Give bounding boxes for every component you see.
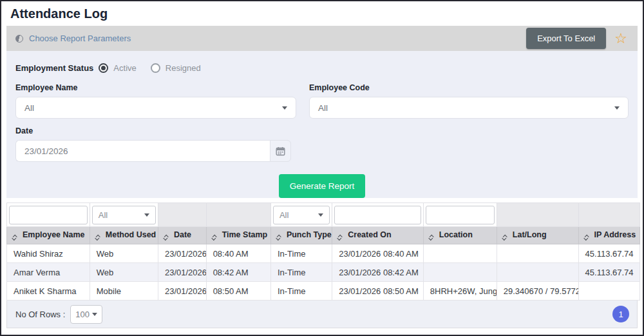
cell-punch-type: In-Time (270, 263, 332, 282)
cell-created-on: 23/01/2026 08:42 AM (332, 263, 424, 282)
column-header-label: IP Address (594, 230, 636, 239)
cell-lat-long: 29.340670 / 79.577289 (497, 282, 578, 301)
employee-code-field: Employee Code All (309, 75, 629, 119)
caret-down-icon (92, 313, 97, 316)
cell-date: 23/01/2026 (158, 263, 206, 282)
cell-time-stamp: 08:40 AM (206, 244, 270, 263)
generate-report-wrap: Generate Report (15, 174, 629, 198)
generate-report-button[interactable]: Generate Report (279, 174, 366, 198)
cell-method-used: Web (90, 263, 158, 282)
filter-input-employee-name[interactable] (9, 206, 88, 224)
column-header-method-used[interactable]: Method Used (90, 227, 158, 244)
column-header-punch-type[interactable]: Punch Type (270, 227, 332, 244)
filter-select-method-used[interactable]: All (92, 206, 156, 224)
cell-employee-name: Wahid Shiraz (7, 244, 90, 263)
column-header-location[interactable]: Location (423, 227, 497, 244)
radio-resigned[interactable]: Resigned (151, 63, 201, 73)
favorite-star-icon[interactable]: ☆ (614, 32, 627, 46)
cell-ip-address (578, 282, 639, 301)
employee-name-label: Employee Name (15, 83, 296, 92)
cell-employee-name: Aniket K Sharma (7, 282, 90, 301)
radio-button-icon[interactable] (151, 63, 160, 73)
cell-location (423, 244, 497, 263)
sort-icon[interactable] (213, 235, 216, 241)
cell-ip-address: 45.113.67.74 (578, 244, 639, 263)
table-row[interactable]: Wahid ShirazWeb23/01/202608:40 AMIn-Time… (7, 244, 640, 263)
radio-active-label: Active (113, 63, 136, 73)
caret-down-icon (282, 106, 287, 110)
employee-code-value: All (318, 103, 328, 113)
employment-status-row: Employment Status Active Resigned (15, 63, 629, 73)
sort-icon[interactable] (338, 235, 341, 241)
rows-per-page-value: 100 (75, 310, 90, 319)
column-header-label: Location (439, 230, 473, 239)
rows-per-page-select[interactable]: 100 (70, 305, 102, 324)
calendar-button[interactable] (270, 140, 291, 162)
filter-cell-time-stamp (206, 203, 270, 227)
filter-cell-punch-type[interactable]: All (270, 203, 332, 227)
cell-lat-long (497, 244, 578, 263)
filter-cell-created-on[interactable] (332, 203, 424, 227)
sort-icon[interactable] (503, 235, 506, 241)
column-header-time-stamp[interactable]: Time Stamp (206, 227, 270, 244)
column-header-label: Date (174, 230, 191, 239)
employee-name-select[interactable]: All (15, 97, 296, 119)
employee-name-value: All (24, 103, 34, 113)
sort-icon[interactable] (164, 235, 167, 241)
fields-grid: Employee Name All Employee Code All (15, 75, 629, 119)
date-label: Date (15, 126, 629, 135)
caret-down-icon (614, 106, 620, 110)
filter-input-created-on[interactable] (334, 206, 421, 224)
column-header-lat-long[interactable]: Lat/Long (497, 227, 578, 244)
column-header-label: Lat/Long (513, 230, 547, 239)
sort-icon[interactable] (277, 235, 280, 241)
filter-select-punch-type[interactable]: All (273, 206, 330, 224)
radio-active[interactable]: Active (99, 63, 136, 73)
radio-resigned-label: Resigned (166, 63, 201, 73)
pagination-page-1[interactable]: 1 (612, 306, 629, 322)
sort-icon[interactable] (585, 235, 588, 241)
cell-employee-name: Amar Verma (7, 263, 90, 282)
date-input-group (15, 140, 291, 162)
info-icon (15, 35, 23, 43)
filter-cell-lat-long (497, 203, 578, 227)
header-row: Employee NameMethod UsedDateTime StampPu… (7, 227, 640, 244)
employee-name-field: Employee Name All (15, 75, 296, 119)
table-body: Wahid ShirazWeb23/01/202608:40 AMIn-Time… (7, 244, 640, 301)
filter-cell-location[interactable] (423, 203, 497, 227)
column-header-date[interactable]: Date (158, 227, 206, 244)
cell-time-stamp: 08:42 AM (206, 263, 270, 282)
no-of-rows-label: No Of Rows : (15, 310, 65, 319)
column-header-label: Employee Name (23, 230, 85, 239)
cell-date: 23/01/2026 (158, 244, 206, 263)
cell-date: 23/01/2026 (158, 282, 206, 301)
table-footer: No Of Rows : 100 1 (6, 301, 638, 328)
employee-code-select[interactable]: All (309, 97, 629, 119)
export-to-excel-button[interactable]: Export To Excel (526, 28, 606, 49)
filter-row: AllAll (7, 203, 640, 227)
sort-icon[interactable] (96, 235, 99, 241)
report-parameters-title: Choose Report Parameters (29, 34, 131, 43)
table-row[interactable]: Amar VermaWeb23/01/202608:42 AMIn-Time23… (7, 263, 640, 282)
filter-cell-method-used[interactable]: All (90, 203, 158, 227)
column-header-label: Method Used (106, 230, 156, 239)
table-row[interactable]: Aniket K SharmaMobile23/01/202608:50 AMI… (7, 282, 640, 301)
sort-icon[interactable] (430, 235, 433, 241)
column-header-ip-address[interactable]: IP Address (578, 227, 639, 244)
sort-icon[interactable] (13, 235, 16, 241)
date-input[interactable] (15, 140, 270, 162)
cell-punch-type: In-Time (270, 282, 332, 301)
employment-status-label: Employment Status (15, 63, 93, 73)
column-header-employee-name[interactable]: Employee Name (7, 227, 90, 244)
filter-cell-employee-name[interactable] (7, 203, 90, 227)
column-header-created-on[interactable]: Created On (332, 227, 424, 244)
filter-input-location[interactable] (426, 206, 495, 224)
cell-created-on: 23/01/2026 08:40 AM (332, 244, 424, 263)
radio-button-icon[interactable] (99, 63, 108, 73)
caret-down-icon (318, 213, 323, 217)
column-header-label: Punch Type (287, 230, 332, 239)
page-title: Attendance Log (10, 6, 643, 21)
column-header-label: Created On (348, 230, 391, 239)
cell-location (423, 263, 497, 282)
attendance-table: AllAll Employee NameMethod UsedDateTime … (6, 203, 640, 301)
